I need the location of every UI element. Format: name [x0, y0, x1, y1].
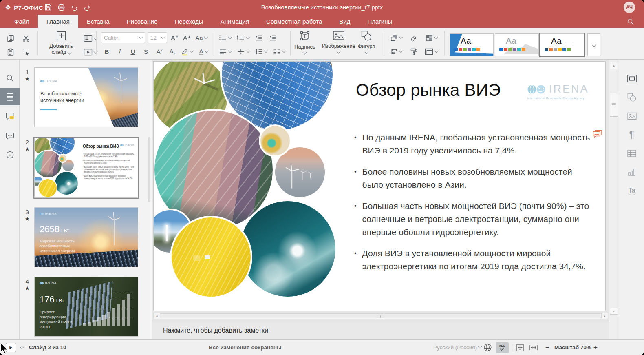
fit-to-width-button[interactable]: [529, 344, 538, 351]
insert-shape-button[interactable]: Фигура: [358, 30, 375, 53]
chat-panel-button[interactable]: [0, 127, 20, 144]
increase-font-button[interactable]: [169, 32, 180, 43]
table-settings-button[interactable]: [619, 145, 644, 162]
theme-thumbnail-1[interactable]: Aa: [450, 33, 494, 56]
comments-panel-button[interactable]: [0, 108, 20, 125]
theme-gallery-expand-button[interactable]: [587, 33, 600, 56]
add-slide-button[interactable]: Добавить слайд: [42, 30, 81, 57]
horizontal-scrollbar[interactable]: ◂ ▸: [153, 313, 608, 319]
comment-marker[interactable]: [592, 129, 603, 140]
print-button[interactable]: [55, 2, 67, 13]
bold-button[interactable]: B: [101, 46, 112, 57]
cut-button[interactable]: [20, 33, 33, 44]
shape-icon: [361, 30, 372, 41]
slide-thumbnail-1[interactable]: IRENA Возобновляемые источники энергии: [34, 67, 138, 127]
copy-style-button[interactable]: [408, 46, 420, 57]
superscript-button[interactable]: A2: [153, 46, 165, 57]
search-button[interactable]: [625, 16, 636, 27]
slide-thumbnail-2-selected[interactable]: Обзор рынка ВИЭ IRENA •По данным IRENA, …: [34, 138, 138, 198]
set-language-globe-button[interactable]: [483, 343, 492, 352]
save-button[interactable]: [42, 2, 54, 13]
slide-settings-button[interactable]: [619, 70, 644, 87]
slide-canvas[interactable]: Обзор рынка ВИЭ IRENA International Rene…: [153, 61, 606, 311]
textart-settings-button[interactable]: Ta: [619, 183, 644, 199]
decrease-font-button[interactable]: [181, 32, 192, 43]
find-button[interactable]: [0, 69, 20, 87]
scroll-left-arrow[interactable]: ◂: [154, 313, 160, 319]
vertical-align-button[interactable]: [235, 46, 251, 57]
font-name-select[interactable]: Calibri: [101, 32, 145, 43]
chevron-down-icon: [478, 345, 482, 349]
columns-button[interactable]: [271, 46, 287, 57]
scroll-right-arrow[interactable]: ▸: [602, 313, 608, 319]
image-settings-button[interactable]: [619, 108, 644, 124]
vertical-scrollbar[interactable]: ▲ ▼: [609, 60, 619, 339]
zoom-out-button[interactable]: −: [544, 344, 551, 352]
numbered-list-button[interactable]: [235, 32, 251, 43]
theme-thumbnail-2[interactable]: Aa: [495, 33, 539, 56]
tab-transitions[interactable]: Переходы: [166, 15, 212, 28]
chevron-down-icon[interactable]: [20, 345, 24, 349]
about-panel-button[interactable]: [0, 146, 20, 163]
notes-area[interactable]: Нажмите, чтобы добавить заметки: [152, 321, 609, 339]
slide-size-button[interactable]: [422, 46, 440, 57]
tab-insert[interactable]: Вставка: [78, 15, 118, 28]
spellcheck-button[interactable]: АБВ: [496, 342, 509, 353]
tab-animation[interactable]: Анимация: [212, 15, 258, 28]
horizontal-scroll-thumb[interactable]: [160, 313, 602, 318]
shape-settings-button[interactable]: [619, 89, 644, 105]
paste-button[interactable]: [4, 47, 17, 58]
decrease-indent-button[interactable]: [253, 32, 265, 43]
avatar[interactable]: АЧ: [624, 2, 635, 13]
slide-image-ocean-wave[interactable]: [238, 200, 337, 298]
fit-to-slide-button[interactable]: [516, 344, 524, 352]
insert-textbox-button[interactable]: Надпись: [294, 30, 315, 54]
subscript-button[interactable]: A2: [166, 46, 179, 57]
highlight-color-button[interactable]: [179, 46, 195, 57]
thumbnail-panel-scrollbar[interactable]: [148, 137, 150, 202]
clear-style-button[interactable]: [408, 32, 420, 43]
slide-image-harvest-field[interactable]: [170, 216, 252, 298]
tab-draw[interactable]: Рисование: [118, 15, 166, 28]
insert-image-button[interactable]: Изображение: [322, 30, 355, 53]
italic-button[interactable]: I: [114, 46, 126, 57]
status-bar: ▶ Слайд 2 из 10 Все изменения сохранены …: [0, 339, 644, 355]
irena-logo[interactable]: IRENA International Renewable Energy Age…: [527, 83, 592, 100]
undo-button[interactable]: [68, 2, 80, 13]
tab-collaboration[interactable]: Совместная работа: [258, 15, 331, 28]
line-spacing-button[interactable]: [253, 46, 269, 57]
arrange-shape-button[interactable]: [387, 32, 405, 43]
theme-thumbnail-3-selected[interactable]: Aa: [540, 33, 584, 56]
slide-thumbnail-3[interactable]: IRENA 2658ГВт Мировая мощность возобновл…: [34, 207, 138, 267]
zoom-in-button[interactable]: +: [592, 344, 599, 352]
tab-plugins[interactable]: Плагины: [359, 15, 401, 28]
tab-file[interactable]: Файл: [6, 15, 38, 28]
tab-view[interactable]: Вид: [331, 15, 359, 28]
redo-button[interactable]: [82, 2, 93, 13]
language-selector[interactable]: Русский (Россия): [433, 344, 481, 351]
vertical-scroll-thumb[interactable]: [610, 93, 618, 117]
font-color-button[interactable]: A: [196, 46, 211, 57]
slide-image-geothermal[interactable]: [259, 124, 291, 157]
tab-home[interactable]: Главная: [38, 15, 78, 28]
copy-button[interactable]: [4, 33, 17, 44]
chart-settings-button[interactable]: [619, 164, 644, 180]
underline-button[interactable]: U: [127, 46, 139, 57]
slide-title[interactable]: Обзор рынка ВИЭ: [356, 80, 501, 100]
slides-panel-button[interactable]: [0, 88, 20, 105]
start-slideshow-button[interactable]: ▶: [6, 343, 16, 352]
align-shape-button[interactable]: [387, 46, 405, 57]
scroll-down-arrow[interactable]: ▼: [610, 308, 618, 315]
color-scheme-button[interactable]: [422, 32, 440, 43]
slide-thumbnail-4[interactable]: IRENA 176ГВт Прирост генерирующих мощнос…: [34, 277, 138, 337]
horizontal-align-button[interactable]: [217, 46, 233, 57]
change-case-button[interactable]: Aa: [193, 32, 210, 43]
select-button[interactable]: [20, 47, 33, 58]
bullet-list-button[interactable]: [217, 32, 233, 43]
paragraph-settings-button[interactable]: ¶: [619, 126, 644, 143]
slide-body-text[interactable]: •По данным IRENA, глобальная установленн…: [354, 131, 594, 281]
font-size-select[interactable]: 12: [148, 32, 167, 43]
scroll-up-arrow[interactable]: ▲: [610, 62, 618, 69]
strikethrough-button[interactable]: S: [140, 46, 152, 57]
increase-indent-button[interactable]: [267, 32, 279, 43]
